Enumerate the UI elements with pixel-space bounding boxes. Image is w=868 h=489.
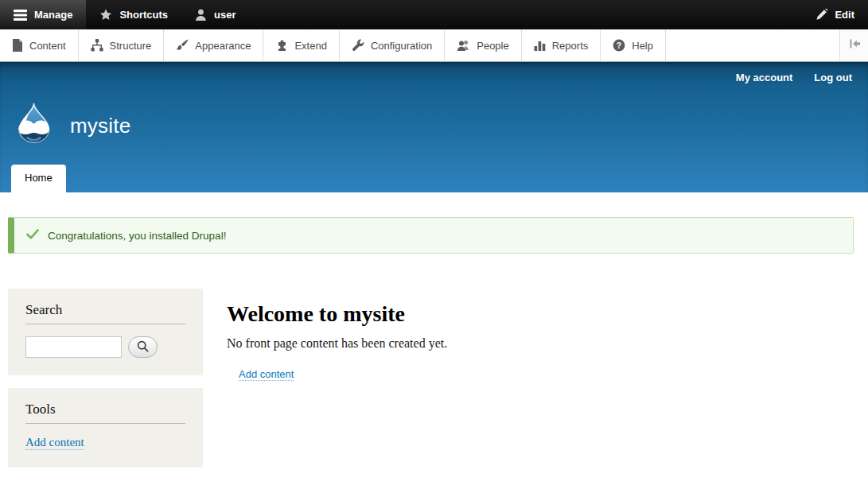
search-block-title: Search	[25, 302, 185, 318]
site-name[interactable]: mysite	[70, 114, 130, 138]
primary-tabs: Home	[11, 165, 66, 192]
user-icon	[195, 9, 207, 21]
search-block: Search	[8, 289, 203, 375]
site-header: My account Log out	[0, 62, 868, 192]
tray-item-configuration[interactable]: Configuration	[340, 29, 445, 61]
secondary-menu: My account Log out	[736, 72, 852, 83]
item-list: Add content	[239, 367, 447, 381]
status-message-text: Congratulations, you installed Drupal!	[48, 230, 226, 242]
tray-item-label: Structure	[110, 40, 152, 52]
toolbar-item-label: Manage	[34, 9, 72, 21]
tray-item-content[interactable]: Content	[0, 29, 79, 61]
tray-item-extend[interactable]: Extend	[263, 29, 339, 61]
status-message: Congratulations, you installed Drupal!	[8, 217, 854, 254]
tray-item-label: Reports	[552, 40, 589, 52]
toolbar-item-label: user	[214, 9, 235, 21]
tools-block-title: Tools	[25, 402, 185, 417]
admin-toolbar: Manage Shortcuts user Edit	[0, 0, 868, 29]
tools-block: Tools Add content	[8, 388, 203, 468]
block-divider	[25, 423, 185, 424]
toolbar-item-label: Shortcuts	[119, 9, 168, 21]
toolbar-item-manage[interactable]: Manage	[0, 0, 86, 29]
site-branding: mysite	[11, 102, 130, 150]
tray-item-label: Help	[632, 40, 653, 52]
my-account-link[interactable]: My account	[736, 72, 793, 83]
main-content: Welcome to mysite No front page content …	[227, 289, 447, 381]
toolbar-item-shortcuts[interactable]: Shortcuts	[86, 0, 181, 29]
extend-icon	[275, 39, 288, 52]
tray-item-label: People	[477, 40, 508, 52]
tray-item-label: Configuration	[371, 40, 432, 52]
tray-orientation-toggle[interactable]	[839, 29, 868, 61]
no-content-text: No front page content has been created y…	[227, 336, 447, 351]
tray-item-appearance[interactable]: Appearance	[164, 29, 263, 61]
magnifier-icon	[137, 340, 149, 355]
content-icon	[12, 39, 23, 52]
tray-item-people[interactable]: People	[445, 29, 521, 61]
tray-item-reports[interactable]: Reports	[522, 29, 601, 61]
svg-text:?: ?	[617, 41, 621, 50]
block-divider	[25, 324, 185, 324]
reports-icon	[534, 39, 546, 52]
tray-item-structure[interactable]: Structure	[79, 29, 165, 61]
star-icon	[99, 9, 112, 21]
page-title: Welcome to mysite	[227, 301, 447, 327]
tray-item-label: Content	[29, 40, 66, 52]
appearance-icon	[176, 39, 189, 52]
tray-item-label: Appearance	[195, 40, 251, 52]
search-input[interactable]	[25, 336, 122, 358]
edit-button-label: Edit	[835, 9, 854, 21]
people-icon	[457, 39, 470, 52]
structure-icon	[91, 39, 103, 52]
search-submit-button[interactable]	[128, 336, 158, 358]
edit-button[interactable]: Edit	[802, 0, 868, 29]
collapse-left-icon	[848, 38, 861, 52]
search-form	[25, 336, 185, 358]
sidebar-first: Search Tools Add content	[8, 289, 203, 468]
checkmark-icon	[26, 229, 39, 242]
drupal-logo[interactable]	[11, 102, 56, 150]
content-area: Search Tools Add content Welcome to mysi…	[0, 289, 868, 468]
add-content-link-main[interactable]: Add content	[239, 368, 294, 381]
tray-item-help[interactable]: ? Help	[601, 29, 666, 61]
tray-item-label: Extend	[294, 40, 326, 52]
admin-tray: Content Structure Appearance Extend Conf…	[0, 29, 868, 62]
configuration-icon	[352, 39, 364, 52]
pencil-icon	[815, 9, 827, 21]
help-icon: ?	[613, 39, 625, 52]
hamburger-icon	[14, 10, 27, 21]
tab-home[interactable]: Home	[11, 165, 66, 192]
add-content-link-sidebar[interactable]: Add content	[25, 436, 84, 450]
tray-spacer	[666, 29, 839, 61]
log-out-link[interactable]: Log out	[814, 72, 852, 83]
toolbar-item-user[interactable]: user	[181, 0, 249, 29]
